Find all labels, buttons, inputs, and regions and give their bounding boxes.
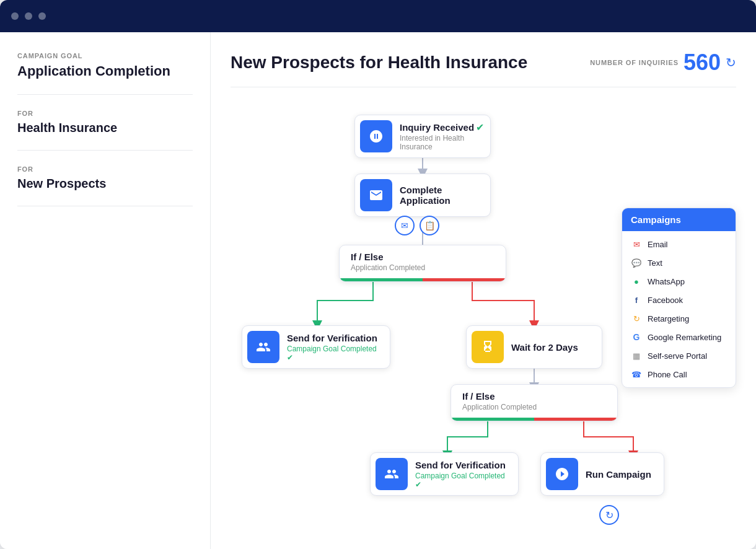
campaign-goal-value: Application Completion [17,63,193,79]
node-wait[interactable]: Wait for 2 Days [466,325,602,369]
main-content: CAMPAIGN GOAL Application Completion FOR… [0,32,756,549]
campaign-item-email[interactable]: ✉ Email [622,235,736,253]
ifelse1-bar [340,278,506,281]
app-window: CAMPAIGN GOAL Application Completion FOR… [0,0,756,549]
sidebar-health-insurance: FOR Health Insurance [17,95,193,151]
dot-2 [25,12,32,20]
for-prospects-label: FOR [17,165,193,173]
complete-app-icon [360,179,392,211]
node-ifelse-1[interactable]: If / Else Application Completed [339,245,506,282]
whatsapp-icon: ● [631,276,642,287]
campaigns-list: ✉ Email 💬 Text ● WhatsApp f [622,231,736,387]
verify2-icon [376,458,408,490]
for-prospects-value: New Prospects [17,177,193,191]
phone-label: Phone Call [648,370,687,379]
ifelse2-subtitle: Application Completed [462,403,606,415]
verify1-title: Send for Verification [287,333,381,343]
node-verify-2[interactable]: Send for Verification Campaign Goal Comp… [370,452,519,496]
verify2-check-icon: ✔ [415,480,421,489]
inquiry-icon [360,120,392,152]
inquiries-count: 560 [683,50,721,76]
verify1-subtitle: Campaign Goal Completed ✔ [287,345,381,362]
verify1-check-icon: ✔ [287,353,293,362]
campaigns-header: Campaigns [622,208,736,231]
complete-app-body: Complete Application [397,180,490,211]
node-run-campaign[interactable]: Run Campaign [540,452,664,496]
email-icon: ✉ [631,239,642,250]
campaigns-panel: Campaigns ✉ Email 💬 Text ● WhatsApp [622,208,736,388]
node-ifelse-2[interactable]: If / Else Application Completed [451,384,618,421]
wait-title: Wait for 2 Days [511,342,578,353]
inquiry-subtitle: Interested in Health Insurance [400,134,481,151]
sidebar-new-prospects: FOR New Prospects [17,151,193,206]
node-verify-1[interactable]: Send for Verification Campaign Goal Comp… [242,325,390,369]
retarget-icon: ↻ [631,313,642,324]
node-complete-application[interactable]: Complete Application [354,173,491,217]
dot-1 [11,12,19,20]
run-campaign-title: Run Campaign [586,469,651,480]
wait-body: Wait for 2 Days [509,337,587,358]
window-controls [11,12,46,20]
ifelse1-red-seg [423,278,506,281]
verify2-body: Send for Verification Campaign Goal Comp… [413,455,518,494]
titlebar [0,0,756,32]
for-health-label: FOR [17,110,193,117]
ifelse2-bar [451,418,617,421]
campaign-item-retargeting[interactable]: ↻ Retargeting [622,309,736,328]
run-campaign-icon [546,458,578,490]
ifelse2-green-seg [451,418,534,421]
sidebar-campaign-goal: CAMPAIGN GOAL Application Completion [17,52,193,95]
inquiries-section: NUMBER OF INQUIRIES 560 ↻ [590,50,736,76]
verify2-title: Send for Verification [415,460,509,470]
facebook-icon: f [631,294,642,305]
cycle-icon[interactable]: ↻ [599,505,619,525]
ifelse1-title: If / Else [351,252,494,262]
ifelse1-subtitle: Application Completed [351,263,494,276]
email-label: Email [648,240,668,249]
ifelse2-header: If / Else Application Completed [451,385,617,418]
whatsapp-label: WhatsApp [648,277,685,286]
inquiries-label: NUMBER OF INQUIRIES [590,59,679,66]
campaign-item-portal[interactable]: ▦ Self-serve Portal [622,346,736,365]
complete-app-title: Complete Application [400,185,481,206]
ifelse2-title: If / Else [462,391,606,402]
canvas-title: New Prospects for Health Insurance [231,53,527,72]
retarget-label: Retargeting [648,314,689,323]
svg-point-3 [376,133,377,134]
node-complete-app-actions: ✉ 📋 [395,216,439,235]
campaign-item-text[interactable]: 💬 Text [622,253,736,272]
portal-icon: ▦ [631,350,642,361]
text-icon: 💬 [631,257,642,268]
node-inquiry-received[interactable]: Inquiry Received Interested in Health In… [354,115,491,158]
campaign-item-whatsapp[interactable]: ● WhatsApp [622,272,736,291]
canvas: New Prospects for Health Insurance NUMBE… [211,32,756,549]
verify1-body: Send for Verification Campaign Goal Comp… [284,328,390,367]
for-health-value: Health Insurance [17,121,193,135]
verify2-subtitle: Campaign Goal Completed ✔ [415,472,509,489]
refresh-icon[interactable]: ↻ [726,55,736,70]
inquiry-title: Inquiry Received [400,122,481,133]
facebook-label: Facebook [648,296,683,305]
canvas-header: New Prospects for Health Insurance NUMBE… [231,50,736,87]
campaign-item-phone[interactable]: ☎ Phone Call [622,365,736,384]
ifelse1-header: If / Else Application Completed [340,245,506,278]
sidebar: CAMPAIGN GOAL Application Completion FOR… [0,32,211,549]
phone-icon: ☎ [631,369,642,380]
flow-diagram: Inquiry Received Interested in Health In… [231,102,736,535]
portal-label: Self-serve Portal [648,351,707,361]
verified-check-icon: ✔ [476,121,484,133]
google-label: Google Remarketing [648,333,721,342]
ifelse2-red-seg [534,418,617,421]
action-form-btn[interactable]: 📋 [420,216,439,235]
wait-icon [472,331,504,363]
dot-3 [38,12,46,20]
campaign-goal-label: CAMPAIGN GOAL [17,52,193,59]
google-icon: G [631,332,642,343]
campaign-item-facebook[interactable]: f Facebook [622,291,736,309]
run-campaign-body: Run Campaign [583,464,660,485]
campaign-item-google[interactable]: G Google Remarketing [622,328,736,346]
action-email-btn[interactable]: ✉ [395,216,415,235]
text-label: Text [648,258,662,268]
verify1-icon [247,331,279,363]
ifelse1-green-seg [340,278,423,281]
